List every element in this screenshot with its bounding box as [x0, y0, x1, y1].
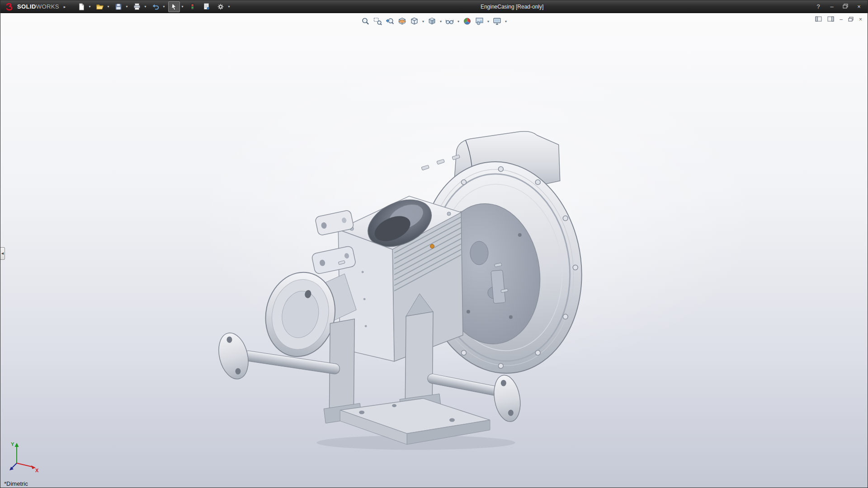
select-dropdown[interactable]: ▾ [180, 5, 184, 9]
graphics-area[interactable]: ▾ ▾ ▾ [0, 13, 868, 488]
print-dropdown[interactable]: ▾ [143, 5, 147, 9]
open-dropdown[interactable]: ▾ [106, 5, 110, 9]
select-button[interactable] [168, 1, 180, 12]
select-cursor-icon [170, 3, 178, 11]
options-dropdown[interactable]: ▾ [226, 5, 231, 9]
view-orientation-button[interactable] [409, 16, 420, 26]
section-view-button[interactable] [397, 16, 408, 26]
options-button[interactable] [215, 1, 226, 12]
doc-restore-icon [848, 17, 854, 22]
apply-scene-dropdown[interactable]: ▾ [486, 19, 491, 23]
y-axis-arrow [15, 443, 19, 447]
view-settings-dropdown[interactable]: ▾ [504, 19, 508, 23]
solidworks-logo: SOLIDWORKS [0, 0, 63, 13]
file-properties-icon [203, 3, 211, 11]
orientation-triad[interactable]: Y X [8, 440, 40, 475]
previous-view-button[interactable] [385, 16, 396, 26]
save-dropdown[interactable]: ▾ [124, 5, 129, 9]
zoom-to-fit-button[interactable] [360, 16, 371, 26]
display-style-dropdown[interactable]: ▾ [439, 19, 443, 23]
open-folder-icon [96, 3, 104, 11]
glasses-icon [445, 17, 454, 26]
show-left-pane-button[interactable] [815, 16, 822, 23]
undo-button[interactable] [150, 1, 161, 12]
menu-flyout-arrow[interactable]: ▸ [64, 5, 66, 9]
new-button[interactable] [75, 1, 87, 12]
apply-scene-button[interactable] [474, 16, 485, 26]
3ds-logo-icon [5, 3, 15, 11]
appearance-ball-icon [463, 17, 472, 26]
display-style-cube-icon [428, 17, 437, 26]
collapse-arrow-icon: ◀ [1, 252, 4, 255]
engine-casing-model[interactable] [0, 13, 868, 488]
scene-icon [475, 17, 484, 26]
pane-left-icon [815, 16, 822, 22]
help-button[interactable]: ? [815, 4, 821, 9]
previous-view-icon [386, 17, 395, 26]
open-button[interactable] [94, 1, 106, 12]
featuremanager-collapse-tab[interactable]: ◀ [0, 247, 5, 260]
x-axis-label: X [35, 468, 39, 473]
orientation-label: *Dimetric [4, 480, 28, 487]
zoom-to-area-button[interactable] [373, 16, 383, 26]
hide-show-items-button[interactable] [444, 16, 455, 26]
rebuild-button[interactable] [187, 1, 198, 12]
view-settings-button[interactable] [492, 16, 503, 26]
hide-show-items-dropdown[interactable]: ▾ [457, 19, 461, 23]
doc-minimize-button[interactable]: – [840, 17, 843, 22]
new-document-icon [77, 3, 85, 11]
save-button[interactable] [113, 1, 124, 12]
restore-button[interactable] [842, 4, 849, 9]
brand-text: SOLIDWORKS [17, 3, 59, 10]
heads-up-toolbar: ▾ ▾ ▾ [360, 16, 508, 26]
window-title: EngineCasing [Read-only] [481, 4, 543, 10]
section-view-icon [398, 17, 407, 26]
minimize-button[interactable]: – [829, 4, 835, 9]
file-properties-button[interactable] [201, 1, 212, 12]
show-right-pane-button[interactable] [827, 16, 834, 23]
zoom-to-area-icon [373, 17, 382, 26]
solidworks-window: SOLIDWORKS ▸ ▾ ▾ [0, 0, 868, 488]
edit-appearance-button[interactable] [462, 16, 473, 26]
pane-right-icon [827, 16, 834, 22]
rebuild-icon [189, 3, 197, 11]
doc-restore-button[interactable] [848, 17, 854, 23]
restore-icon [843, 4, 848, 9]
y-axis-label: Y [11, 441, 14, 447]
view-orientation-dropdown[interactable]: ▾ [421, 19, 425, 23]
print-icon [133, 3, 141, 11]
display-style-button[interactable] [427, 16, 438, 26]
view-settings-icon [493, 17, 502, 26]
doc-close-button[interactable]: × [859, 17, 862, 22]
main-toolbar: ▾ ▾ ▾ [75, 1, 233, 12]
undo-icon [151, 3, 160, 11]
titlebar: SOLIDWORKS ▸ ▾ ▾ [0, 0, 868, 13]
app-window-controls: ? – × [815, 4, 868, 9]
print-button[interactable] [131, 1, 143, 12]
save-icon [114, 3, 123, 11]
view-orientation-cube-icon [410, 17, 419, 26]
zoom-to-fit-icon [361, 17, 370, 26]
close-button[interactable]: × [856, 4, 862, 9]
orange-pin [430, 244, 434, 249]
new-dropdown[interactable]: ▾ [87, 5, 92, 9]
options-gear-icon [217, 3, 225, 11]
undo-dropdown[interactable]: ▾ [161, 5, 166, 9]
document-window-controls: – × [815, 16, 862, 23]
